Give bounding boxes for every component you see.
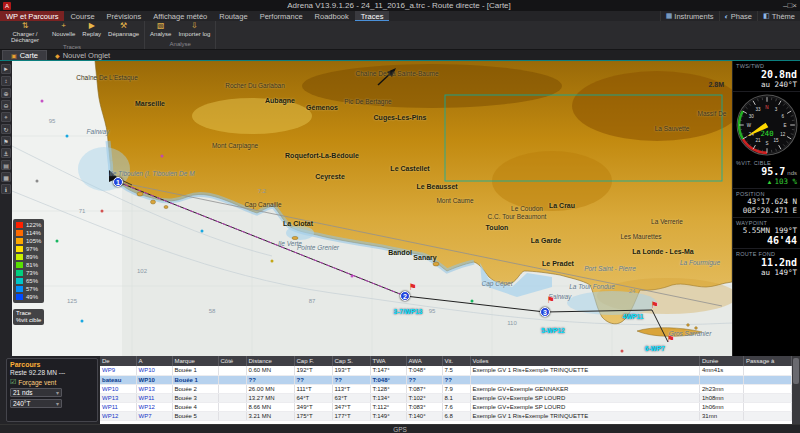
table-cell: WP10 bbox=[136, 375, 172, 384]
table-cell: WP9 bbox=[100, 366, 136, 375]
scrollbar-thumb[interactable] bbox=[793, 358, 799, 384]
table-row[interactable]: WP11WP12Bouée 48.66 MN349°T347°TT:112°T:… bbox=[100, 402, 792, 411]
column-header-distance[interactable]: Distance bbox=[246, 356, 294, 366]
column-header-vit[interactable]: Vit. bbox=[442, 356, 470, 366]
doc-tab-carte[interactable]: ▣Carte bbox=[2, 50, 47, 60]
menu-tab-wp-et-parcours[interactable]: WP et Parcours bbox=[0, 11, 64, 21]
anchor-icon[interactable]: ⚓ bbox=[1, 148, 11, 158]
ribbon-button-label: Analyse bbox=[150, 31, 171, 37]
chart-canvas[interactable] bbox=[12, 61, 732, 356]
layers-icon[interactable]: ▤ bbox=[1, 160, 11, 170]
scale-color-chip bbox=[16, 270, 23, 276]
ribbon-button-nouvelle[interactable]: +Nouvelle bbox=[51, 22, 76, 37]
table-cell bbox=[218, 375, 246, 384]
wind-speed-input[interactable]: 21 nds ▾ bbox=[10, 388, 62, 397]
column-header-awa[interactable]: AWA bbox=[406, 356, 442, 366]
table-cell: 7.6 bbox=[442, 402, 470, 411]
menu-tab-course[interactable]: Course bbox=[64, 11, 100, 21]
menu-button-phase[interactable]: ◐Phase bbox=[719, 11, 758, 21]
forcage-vent-checkbox[interactable]: ☑ Forçage vent bbox=[10, 378, 94, 386]
ribbon-button-label: Charger / Décharger bbox=[5, 31, 45, 44]
pan-icon[interactable]: ↕ bbox=[1, 76, 11, 86]
ribbon-button-d-pannage[interactable]: ⚒Dépannage bbox=[107, 22, 140, 37]
table-row[interactable]: WP12WP7Bouée 53.21 MN175°T177°TT:149°T:1… bbox=[100, 411, 792, 420]
table-row[interactable]: WP13WP11Bouée 313.27 MN64°T63°TT:134°T:1… bbox=[100, 393, 792, 402]
table-row[interactable]: WP9WP10Bouée 10.60 MN192°T193°TT:147°T:0… bbox=[100, 366, 792, 375]
menu-tab-pr-visions[interactable]: Prévisions bbox=[101, 11, 148, 21]
ribbon-button-importer-log[interactable]: ⇩Importer log bbox=[177, 22, 211, 37]
scale-entry: 114% bbox=[16, 229, 41, 237]
scale-color-chip bbox=[16, 278, 23, 284]
column-header-marque[interactable]: Marque bbox=[172, 356, 218, 366]
table-row[interactable]: WP10WP13Bouée 226.00 MN111°T113°TT:128°T… bbox=[100, 384, 792, 393]
waypoint-icon[interactable]: ⚑ bbox=[1, 136, 11, 146]
status-bar: GPS bbox=[0, 424, 800, 433]
table-cell bbox=[470, 375, 700, 384]
waypoint-marker[interactable]: 2 bbox=[400, 291, 410, 301]
menu-tab-performance[interactable]: Performance bbox=[254, 11, 309, 21]
column-header-a[interactable]: A bbox=[136, 356, 172, 366]
doc-tab-nouvel-onglet[interactable]: ◆Nouvel Onglet bbox=[47, 50, 118, 60]
table-cell: Bouée 4 bbox=[172, 402, 218, 411]
menu-button-th-me[interactable]: ◧Thème bbox=[757, 11, 800, 21]
menu-tab-routage[interactable]: Routage bbox=[213, 11, 253, 21]
wind-direction-input[interactable]: 240°T ▾ bbox=[10, 399, 62, 408]
table-cell: 4mn41s bbox=[700, 366, 744, 375]
table-cell: WP7 bbox=[136, 411, 172, 420]
ribbon-button-charger-d-charger[interactable]: ⇅Charger / Décharger bbox=[4, 22, 46, 44]
table-scrollbar[interactable] bbox=[792, 356, 800, 424]
menu-button-label: Phase bbox=[731, 12, 752, 21]
waypoint-ttg: 46'44 bbox=[736, 235, 797, 246]
table-cell: 193°T bbox=[332, 366, 370, 375]
scale-subtitle-text: %vit cible bbox=[16, 317, 41, 324]
target-speed-percent: 103 % bbox=[774, 177, 797, 186]
table-cell: 7.9 bbox=[442, 384, 470, 393]
ribbon: ⇅Charger / Décharger+Nouvelle▶Replay⚒Dép… bbox=[0, 21, 800, 50]
menu-button-instruments[interactable]: ▦Instruments bbox=[660, 11, 719, 21]
column-header-c-t[interactable]: Côté bbox=[218, 356, 246, 366]
grid-icon[interactable]: ▦ bbox=[1, 172, 11, 182]
table-cell: WP11 bbox=[100, 402, 136, 411]
menu-tab-traces[interactable]: Traces bbox=[355, 11, 390, 21]
scale-entry-label: 89% bbox=[26, 254, 38, 260]
refresh-icon[interactable]: ↻ bbox=[1, 124, 11, 134]
table-cell: T:140° bbox=[406, 411, 442, 420]
tws-value: 20.8nd bbox=[736, 69, 797, 80]
column-header-twa[interactable]: TWA bbox=[370, 356, 406, 366]
document-tab-bar: ▣Carte◆Nouvel Onglet bbox=[0, 50, 800, 61]
sog-value: 11.2nd bbox=[736, 257, 797, 268]
column-header-voiles[interactable]: Voiles bbox=[470, 356, 700, 366]
column-header-dur-e[interactable]: Durée bbox=[700, 356, 744, 366]
chart-toolbar: ►↕⊕⊖⌖↻⚑⚓▤▦ℹ bbox=[0, 61, 12, 356]
table-cell: 347°T bbox=[332, 402, 370, 411]
table-cell: Exemple GV+Exemple SP LOURD bbox=[470, 402, 700, 411]
chevron-down-icon: ▾ bbox=[56, 389, 59, 396]
waypoint-marker[interactable]: 1 bbox=[113, 177, 123, 187]
column-header-cap-s[interactable]: Cap S. bbox=[332, 356, 370, 366]
replay-icon: ▶ bbox=[89, 22, 95, 31]
column-header-de[interactable]: De bbox=[100, 356, 136, 366]
ribbon-button-replay[interactable]: ▶Replay bbox=[81, 22, 102, 37]
select-icon[interactable]: ► bbox=[1, 64, 11, 74]
close-button[interactable]: × bbox=[792, 1, 797, 10]
table-cell bbox=[744, 375, 792, 384]
chart-area[interactable]: Chaîne De L'EstaqueMarseilleRocher Du Ga… bbox=[12, 61, 732, 356]
center-boat-icon[interactable]: ⌖ bbox=[1, 112, 11, 122]
zoom-in-icon[interactable]: ⊕ bbox=[1, 88, 11, 98]
waypoint-display: WAYPOINT 5.55MN 199°T 46'44 bbox=[733, 218, 800, 249]
waypoint-marker[interactable]: 3 bbox=[540, 307, 550, 317]
svg-text:15: 15 bbox=[773, 138, 779, 143]
phase-icon: ◐ bbox=[725, 13, 729, 20]
gps-status: GPS bbox=[393, 426, 407, 433]
table-row[interactable]: bateauWP10Bouée 1??????T:048°???? bbox=[100, 375, 792, 384]
scale-color-chip bbox=[16, 286, 23, 292]
info-icon[interactable]: ℹ bbox=[1, 184, 11, 194]
bottom-left: Parcours Reste 92.28 MN --- ☑ Forçage ve… bbox=[0, 356, 100, 424]
table-cell: T:112° bbox=[370, 402, 406, 411]
column-header-passage[interactable]: Passage à bbox=[744, 356, 792, 366]
ribbon-button-analyse[interactable]: ▧Analyse bbox=[149, 22, 172, 37]
menu-tab-roadbook[interactable]: Roadbook bbox=[309, 11, 355, 21]
menu-tab-affichage-m-t-o[interactable]: Affichage météo bbox=[147, 11, 213, 21]
column-header-cap-f[interactable]: Cap F. bbox=[294, 356, 332, 366]
zoom-out-icon[interactable]: ⊖ bbox=[1, 100, 11, 110]
